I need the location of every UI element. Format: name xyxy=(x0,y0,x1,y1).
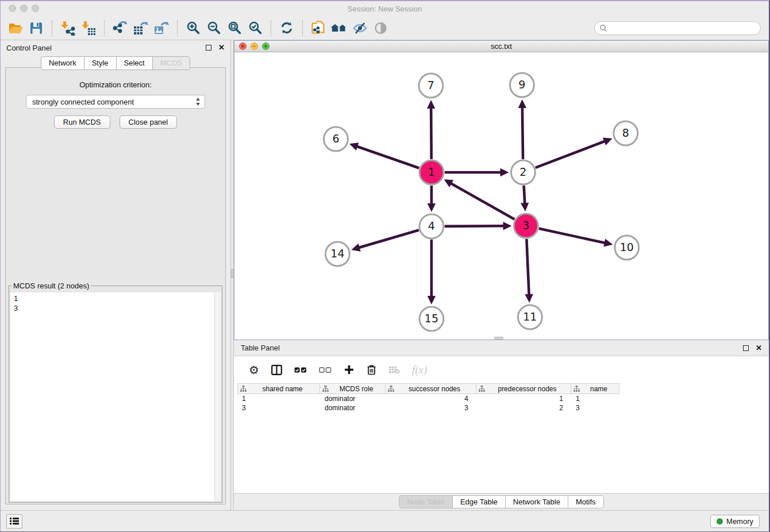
graph-edge-1-6[interactable] xyxy=(356,146,419,168)
search-input[interactable] xyxy=(610,23,756,33)
graph-edge-arrow-1-4 xyxy=(428,203,436,212)
panel-splitter[interactable] xyxy=(230,40,234,510)
table-rows: 1dominator4113dominator323 xyxy=(237,394,769,413)
column-type-icon xyxy=(388,385,394,392)
memory-label: Memory xyxy=(726,517,753,526)
delete-column-icon[interactable] xyxy=(366,364,376,375)
tab-edge-table[interactable]: Edge Table xyxy=(452,495,506,508)
graph-node-label-7: 7 xyxy=(428,79,434,91)
graph-edge-3-1[interactable] xyxy=(451,183,514,219)
graph-node-label-1: 1 xyxy=(428,165,435,178)
export-network-icon[interactable] xyxy=(110,19,130,37)
window-controls xyxy=(9,5,39,12)
graph-node-label-3: 3 xyxy=(522,219,529,232)
float-table-panel-icon[interactable] xyxy=(743,345,749,351)
network-maximize-button[interactable]: + xyxy=(262,43,270,50)
zoom-window-button[interactable] xyxy=(32,5,39,12)
column-type-icon xyxy=(322,385,329,392)
column-header-MCDS-role[interactable]: MCDS role xyxy=(320,383,386,394)
graph-edge-2-3[interactable] xyxy=(524,186,525,204)
hide-view-icon[interactable] xyxy=(370,19,391,37)
column-header-predecessor-nodes[interactable]: predecessor nodes xyxy=(476,383,571,394)
table-panel-title: Table Panel xyxy=(241,344,280,352)
zoom-in-icon[interactable] xyxy=(183,19,203,37)
network-window: × − + scc.txt 7968124314101511 xyxy=(234,40,769,340)
list-icon xyxy=(10,517,19,525)
graph-node-label-11: 11 xyxy=(523,310,537,323)
canvas-scrollbar-thumb[interactable] xyxy=(494,337,503,340)
tab-motifs[interactable]: Motifs xyxy=(568,495,604,508)
table-row: 1dominator411 xyxy=(237,394,769,403)
graph-edge-arrow-3-11 xyxy=(525,294,533,303)
float-panel-icon[interactable] xyxy=(206,45,211,51)
open-session-icon[interactable] xyxy=(5,19,26,37)
close-window-button[interactable] xyxy=(9,5,16,12)
export-table-icon[interactable] xyxy=(130,19,151,37)
result-scrollbar[interactable] xyxy=(214,292,221,501)
table-cell[interactable]: 3 xyxy=(571,403,619,413)
copy-network-icon[interactable] xyxy=(308,19,329,37)
refresh-view-icon[interactable] xyxy=(276,19,297,37)
minimize-window-button[interactable] xyxy=(20,5,28,12)
column-header-name[interactable]: name xyxy=(571,383,619,394)
close-panel-button[interactable]: Close panel xyxy=(120,115,178,129)
tab-network-table[interactable]: Network Table xyxy=(505,495,568,508)
close-table-panel-icon[interactable]: ✕ xyxy=(756,345,762,351)
zoom-selected-icon[interactable] xyxy=(245,19,265,37)
optimization-criterion-dropdown[interactable]: strongly connected component xyxy=(26,95,205,109)
select-all-columns-icon[interactable] xyxy=(294,367,307,373)
memory-button[interactable]: Memory xyxy=(710,515,760,528)
table-cell[interactable]: dominator xyxy=(320,403,386,413)
right-column: × − + scc.txt 7968124314101511 Table Pan… xyxy=(234,40,769,510)
network-close-button[interactable]: × xyxy=(239,43,247,50)
tab-mcds[interactable]: MCDS xyxy=(152,56,190,70)
toolbar-separator xyxy=(302,20,303,36)
network-canvas[interactable]: 7968124314101511 xyxy=(234,52,768,340)
graph-edge-2-9[interactable] xyxy=(522,107,523,159)
zoom-fit-icon[interactable] xyxy=(224,19,245,37)
table-cell[interactable]: dominator xyxy=(320,394,386,403)
table-cell[interactable]: 1 xyxy=(237,394,320,403)
zoom-out-icon[interactable] xyxy=(203,19,224,37)
control-panel-tabs: NetworkStyleSelectMCDS xyxy=(1,56,230,70)
visual-style-icon[interactable] xyxy=(349,19,370,37)
network-minimize-button[interactable]: − xyxy=(251,43,258,50)
toolbar-separator xyxy=(271,20,271,36)
column-header-successor-nodes[interactable]: successor nodes xyxy=(386,383,476,394)
close-panel-icon[interactable]: ✕ xyxy=(218,45,225,51)
delete-table-icon[interactable] xyxy=(388,365,400,374)
graph-edge-1-7[interactable] xyxy=(431,107,432,159)
show-columns-icon[interactable] xyxy=(271,365,282,375)
show-all-networks-icon[interactable] xyxy=(329,19,349,37)
column-header-shared-name[interactable]: shared name xyxy=(237,383,320,394)
add-column-icon[interactable] xyxy=(344,365,354,375)
save-session-icon[interactable] xyxy=(26,19,47,37)
graph-edge-2-8[interactable] xyxy=(536,141,606,167)
task-history-button[interactable] xyxy=(6,514,22,529)
graph-edge-3-11[interactable] xyxy=(526,239,529,295)
table-cell[interactable]: 4 xyxy=(386,394,476,403)
run-mcds-button[interactable]: Run MCDS xyxy=(54,115,110,129)
column-type-icon xyxy=(573,385,580,392)
splitter-handle[interactable] xyxy=(231,269,233,278)
import-network-icon[interactable] xyxy=(57,19,78,37)
deselect-all-columns-icon[interactable] xyxy=(319,367,332,373)
import-table-icon[interactable] xyxy=(78,19,99,37)
tab-style[interactable]: Style xyxy=(84,56,117,70)
mcds-result-area[interactable]: 1 3 xyxy=(10,292,221,501)
tab-select[interactable]: Select xyxy=(116,56,153,70)
graph-edge-arrow-2-3 xyxy=(521,203,529,211)
table-cell[interactable]: 1 xyxy=(571,394,619,403)
table-cell[interactable]: 3 xyxy=(386,403,476,413)
graph-edge-3-10[interactable] xyxy=(539,229,606,243)
table-cell[interactable]: 2 xyxy=(476,403,571,413)
tab-network[interactable]: Network xyxy=(41,56,84,70)
export-image-icon[interactable] xyxy=(151,19,172,37)
table-cell[interactable]: 1 xyxy=(476,394,571,403)
graph-edge-4-14[interactable] xyxy=(359,230,419,248)
table-settings-icon[interactable]: ⚙ xyxy=(249,364,259,376)
graph-edge-4-3[interactable] xyxy=(445,226,505,226)
tab-node-table[interactable]: Node Table xyxy=(399,495,453,508)
network-graph[interactable]: 7968124314101511 xyxy=(234,52,768,340)
table-cell[interactable]: 3 xyxy=(237,403,320,413)
